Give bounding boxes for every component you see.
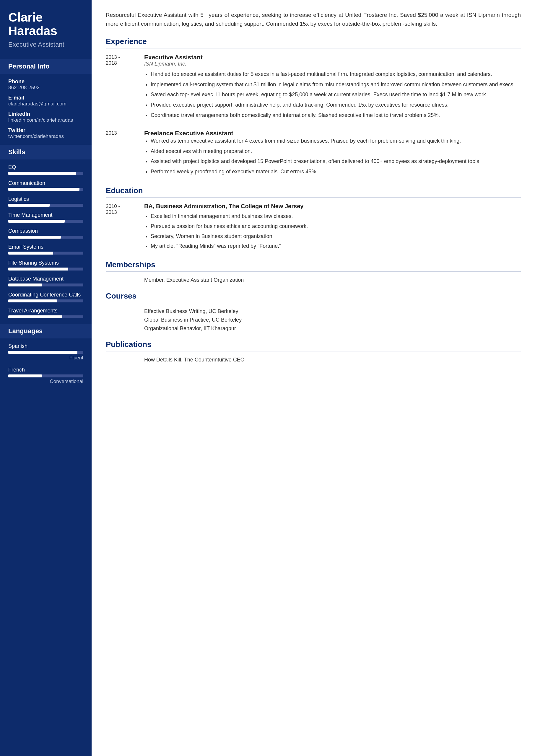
skill-name: Coordinating Conference Calls <box>8 292 83 298</box>
skill-bar-fill <box>8 315 62 318</box>
edu-content: BA, Business Administration, The College… <box>144 203 521 252</box>
candidate-name: ClarieHaradas <box>8 11 83 38</box>
skill-bar-bg <box>8 172 83 175</box>
skill-bar-bg <box>8 284 83 286</box>
edu-bullet: Pursued a passion for business ethics an… <box>151 222 521 230</box>
experience-block: 2013 Freelance Executive Assistant Worke… <box>106 130 521 178</box>
linkedin-value: linkedin.com/in/clarieharadas <box>8 117 83 123</box>
edu-bullets-list: Excelled in financial management and bus… <box>144 212 521 251</box>
skill-bar-fill <box>8 220 65 223</box>
linkedin-label: LinkedIn <box>8 111 83 117</box>
email-value: clarieharadas@gmail.com <box>8 101 83 107</box>
skills-heading: Skills <box>0 145 92 159</box>
skill-item: Communication <box>8 180 83 191</box>
publication-item: How Details Kill, The Counterintuitive C… <box>106 357 521 363</box>
skill-item: Time Management <box>8 212 83 223</box>
course-item: Effective Business Writing, UC Berkeley <box>144 308 521 314</box>
exp-bullet: Provided executive project support, admi… <box>151 101 521 109</box>
skill-name: Email Systems <box>8 244 83 250</box>
summary-text: Resourceful Executive Assistant with 5+ … <box>106 11 521 29</box>
publications-heading: Publications <box>106 340 521 351</box>
skill-bar-fill <box>8 268 68 271</box>
exp-bullet: Assisted with project logistics and deve… <box>151 157 521 166</box>
phone-label: Phone <box>8 79 83 85</box>
edu-bullet: Secretary, Women in Business student org… <box>151 232 521 241</box>
exp-bullet: Saved each top-level exec 11 hours per w… <box>151 90 521 99</box>
exp-job-title: Freelance Executive Assistant <box>144 130 521 137</box>
memberships-heading: Memberships <box>106 260 521 272</box>
personal-info-content: Phone 862-208-2592 E-mail clarieharadas@… <box>0 74 92 139</box>
experience-block: 2013 -2018 Executive Assistant ISN Lipma… <box>106 54 521 122</box>
edu-bullet: My article, "Reading Minds" was reprinte… <box>151 242 521 251</box>
membership-text: Member, Executive Assistant Organization <box>144 277 244 283</box>
candidate-title: Executive Assistant <box>8 41 83 48</box>
exp-content: Executive Assistant ISN Lipmann, Inc. Ha… <box>144 54 521 122</box>
skill-bar-fill <box>8 252 53 255</box>
memberships-container: Member, Executive Assistant Organization <box>106 277 521 283</box>
course-item: Global Business in Practice, UC Berkeley <box>144 317 521 323</box>
languages-section: Languages Spanish Fluent French Conversa… <box>0 324 92 385</box>
skill-bar-bg <box>8 268 83 271</box>
courses-heading: Courses <box>106 291 521 303</box>
exp-bullet: Worked as temp executive assistant for 4… <box>151 137 521 145</box>
skill-name: Compassion <box>8 228 83 234</box>
skill-bar-bg <box>8 315 83 318</box>
language-bar-row: Conversational <box>8 374 83 385</box>
experience-container: 2013 -2018 Executive Assistant ISN Lipma… <box>106 54 521 178</box>
education-block: 2010 -2013 BA, Business Administration, … <box>106 203 521 252</box>
edu-dates: 2010 -2013 <box>106 203 144 252</box>
skill-name: EQ <box>8 164 83 170</box>
course-item: Organizational Behavior, IIT Kharagpur <box>144 325 521 332</box>
exp-bullet: Performed weekly proofreading of executi… <box>151 168 521 176</box>
sidebar-header: ClarieHaradas Executive Assistant <box>0 0 92 54</box>
exp-bullet: Handled top executive assistant duties f… <box>151 70 521 79</box>
skill-bar-bg <box>8 236 83 239</box>
main-content: Resourceful Executive Assistant with 5+ … <box>92 0 535 756</box>
language-bar-bg <box>8 351 83 354</box>
publications-container: How Details Kill, The Counterintuitive C… <box>106 357 521 363</box>
language-level: Fluent <box>70 355 83 361</box>
exp-dates: 2013 -2018 <box>106 54 144 122</box>
skills-section: Skills EQ Communication Logistics Time M… <box>0 145 92 318</box>
education-container: 2010 -2013 BA, Business Administration, … <box>106 203 521 252</box>
skill-bar-fill <box>8 236 61 239</box>
exp-bullets-list: Worked as temp executive assistant for 4… <box>144 137 521 176</box>
email-label: E-mail <box>8 95 83 101</box>
skill-item: Travel Arrangements <box>8 308 83 318</box>
edu-bullet: Excelled in financial management and bus… <box>151 212 521 221</box>
language-level: Conversational <box>50 379 83 385</box>
education-heading: Education <box>106 186 521 198</box>
skill-bar-bg <box>8 220 83 223</box>
skill-bar-bg <box>8 204 83 207</box>
skill-bar-fill <box>8 204 50 207</box>
skill-item: Compassion <box>8 228 83 239</box>
email-item: E-mail clarieharadas@gmail.com <box>8 95 83 107</box>
skill-item: Coordinating Conference Calls <box>8 292 83 302</box>
language-item: Spanish Fluent <box>8 343 83 361</box>
skills-content: EQ Communication Logistics Time Manageme… <box>0 159 92 318</box>
courses-block: Effective Business Writing, UC BerkeleyG… <box>106 308 521 332</box>
twitter-label: Twitter <box>8 127 83 133</box>
skill-name: Database Management <box>8 276 83 282</box>
exp-company: ISN Lipmann, Inc. <box>144 61 521 67</box>
skill-item: File-Sharing Systems <box>8 260 83 271</box>
skill-name: Logistics <box>8 196 83 202</box>
twitter-value: twitter.com/clarieharadas <box>8 133 83 139</box>
sidebar: ClarieHaradas Executive Assistant Person… <box>0 0 92 756</box>
skill-item: Logistics <box>8 196 83 207</box>
exp-bullets-list: Handled top executive assistant duties f… <box>144 70 521 120</box>
exp-bullet: Implemented call-recording system that c… <box>151 80 521 89</box>
linkedin-item: LinkedIn linkedin.com/in/clarieharadas <box>8 111 83 123</box>
experience-heading: Experience <box>106 37 521 48</box>
skill-name: Time Management <box>8 212 83 218</box>
skill-bar-fill <box>8 284 42 286</box>
exp-dates: 2013 <box>106 130 144 178</box>
language-item: French Conversational <box>8 367 83 385</box>
courses-container: Effective Business Writing, UC BerkeleyG… <box>106 308 521 332</box>
skill-bar-bg <box>8 188 83 191</box>
skill-bar-fill <box>8 172 76 175</box>
language-name: Spanish <box>8 343 83 349</box>
phone-item: Phone 862-208-2592 <box>8 79 83 91</box>
skill-item: Email Systems <box>8 244 83 255</box>
skill-name: Travel Arrangements <box>8 308 83 314</box>
